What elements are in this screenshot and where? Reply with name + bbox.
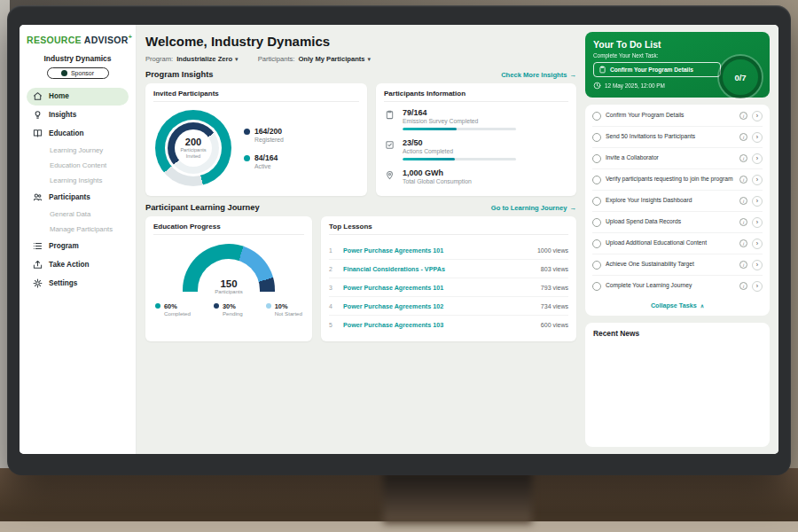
sidebar-item-home[interactable]: Home — [27, 88, 129, 106]
chevron-right-icon[interactable] — [752, 196, 763, 207]
legend-label: Completed — [164, 310, 191, 317]
sidebar-item-education[interactable]: Education — [27, 125, 129, 143]
lesson-views: 734 views — [541, 303, 568, 309]
sponsor-badge[interactable]: Sponsor — [47, 67, 109, 79]
task-checkbox-icon[interactable] — [592, 218, 601, 227]
sidebar-item-insights[interactable]: Insights — [27, 106, 129, 124]
invited-donut-chart: 200 Participants Invited — [155, 110, 231, 186]
task-label: Send 50 Invitations to Participants — [606, 133, 735, 141]
info-icon — [739, 154, 747, 162]
lesson-rank: 2 — [329, 266, 336, 272]
sidebar-item-manage-participants[interactable]: Manage Participants — [27, 223, 129, 237]
participants-filter-dropdown[interactable]: Participants: Only My Participants — [258, 55, 371, 63]
donut-center-label: Participants Invited — [175, 147, 212, 160]
sidebar-item-label: Manage Participants — [50, 225, 113, 233]
task-row-invite-collaborator[interactable]: Invite a Collaborator — [592, 148, 763, 169]
next-task-label: Confirm Your Program Details — [610, 66, 693, 73]
program-filter-value: Industrialize Zero — [176, 55, 232, 63]
task-checkbox-icon[interactable] — [592, 261, 601, 270]
chevron-down-icon — [368, 56, 372, 63]
task-row-upload-spend-data[interactable]: Upload Spend Data Records — [592, 212, 763, 233]
gauge-center: 150 Participants — [183, 278, 275, 294]
lesson-title-link[interactable]: Power Purchase Agreements 101 — [343, 284, 534, 292]
sidebar-item-label: Education — [49, 129, 84, 137]
next-task-pill[interactable]: Confirm Your Program Details — [593, 62, 721, 77]
check-more-insights-link[interactable]: Check More Insights — [501, 71, 576, 79]
chevron-right-icon[interactable] — [752, 239, 763, 249]
todo-task-list: Confirm Your Program Details Send 50 Inv… — [585, 105, 770, 316]
go-to-learning-journey-link[interactable]: Go to Learning Journey — [491, 204, 576, 212]
legend-label: Active — [254, 163, 278, 169]
lesson-views: 793 views — [541, 285, 568, 291]
donut-center-value: 200 — [185, 137, 201, 147]
gear-icon — [33, 278, 43, 288]
chevron-right-icon[interactable] — [752, 281, 763, 292]
task-label: Complete Your Learning Journey — [606, 282, 735, 290]
donut-center: 200 Participants Invited — [155, 110, 231, 186]
location-pin-icon — [385, 170, 395, 180]
gauge-center-label: Participants — [183, 289, 275, 294]
learning-journey-cards: Education Progress 150 Participants — [145, 216, 576, 341]
lesson-title-link[interactable]: Power Purchase Agreements 102 — [343, 302, 534, 310]
link-label: Check More Insights — [501, 71, 567, 79]
task-checkbox-icon[interactable] — [592, 282, 601, 291]
lesson-title-link[interactable]: Financial Considerations - VPPAs — [343, 265, 534, 273]
task-checkbox-icon[interactable] — [592, 239, 601, 248]
task-row-complete-learning-journey[interactable]: Complete Your Learning Journey — [592, 276, 763, 296]
sidebar-item-learning-journey[interactable]: Learning Journey — [27, 144, 129, 158]
task-checkbox-icon[interactable] — [592, 197, 601, 206]
sidebar-item-settings[interactable]: Settings — [27, 275, 129, 293]
dashboard-screen: RESOURCE ADVISOR+ Industry Dynamics Spon… — [20, 25, 778, 454]
task-label: Invite a Collaborator — [606, 154, 735, 162]
task-label: Confirm Your Program Details — [606, 112, 735, 120]
task-checkbox-icon[interactable] — [592, 112, 601, 121]
collapse-tasks-link[interactable]: Collapse Tasks — [592, 296, 763, 315]
task-row-verify-participants[interactable]: Verify participants requesting to join t… — [592, 169, 763, 191]
chevron-right-icon[interactable] — [752, 217, 763, 228]
legend-item-active: 84/164 Active — [244, 153, 284, 169]
info-icon — [739, 176, 747, 184]
task-label: Achieve One Sustainability Target — [606, 261, 735, 269]
sidebar-item-learning-insights[interactable]: Learning Insights — [27, 174, 129, 188]
task-label: Verify participants requesting to join t… — [606, 176, 735, 184]
lesson-title-link[interactable]: Power Purchase Agreements 101 — [343, 246, 530, 254]
task-row-confirm-program[interactable]: Confirm Your Program Details — [592, 106, 763, 127]
task-checkbox-icon[interactable] — [592, 133, 601, 142]
sidebar-item-label: Settings — [49, 279, 77, 287]
task-checkbox-icon[interactable] — [592, 154, 601, 163]
task-row-achieve-sustainability-target[interactable]: Achieve One Sustainability Target — [592, 254, 763, 276]
chevron-right-icon[interactable] — [752, 175, 763, 185]
stat-label: Emission Survey Completed — [403, 118, 516, 124]
lesson-title-link[interactable]: Power Purchase Agreements 103 — [343, 321, 534, 329]
logo-plus: + — [129, 34, 132, 40]
legend-label: Pending — [223, 310, 243, 317]
sponsor-badge-label: Sponsor — [71, 70, 94, 76]
lesson-views: 1000 views — [537, 247, 568, 254]
sidebar-item-participants[interactable]: Participants — [27, 189, 129, 207]
chevron-right-icon[interactable] — [752, 260, 763, 270]
monitor-bezel: RESOURCE ADVISOR+ Industry Dynamics Spon… — [7, 5, 791, 475]
chevron-right-icon[interactable] — [752, 132, 763, 143]
sidebar-item-general-data[interactable]: General Data — [27, 207, 129, 222]
emission-progress-bar — [403, 128, 516, 130]
stat-label: Actions Completed — [403, 148, 516, 154]
task-row-upload-educational-content[interactable]: Upload Additional Educational Content — [592, 233, 763, 254]
task-row-send-invitations[interactable]: Send 50 Invitations to Participants — [592, 127, 763, 148]
recent-news-card: Recent News — [585, 323, 770, 447]
info-icon — [739, 282, 747, 290]
task-checkbox-icon[interactable] — [592, 176, 601, 184]
sidebar-item-education-content[interactable]: Education Content — [27, 159, 129, 173]
sidebar-item-take-action[interactable]: Take Action — [27, 256, 129, 274]
chevron-right-icon[interactable] — [752, 153, 763, 164]
info-icon — [739, 218, 747, 226]
task-row-explore-insights[interactable]: Explore Your Insights Dashboard — [592, 191, 763, 212]
legend-value: 10% — [275, 302, 302, 310]
next-task-time: 12 May 2025, 12:00 PM — [605, 82, 665, 89]
sidebar-item-program[interactable]: Program — [27, 238, 129, 255]
arrow-right-icon — [569, 204, 576, 212]
lesson-rank: 1 — [329, 247, 336, 254]
program-filter-dropdown[interactable]: Program: Industrialize Zero — [145, 55, 239, 63]
chevron-right-icon[interactable] — [752, 111, 763, 121]
legend-value: 60% — [164, 302, 191, 310]
legend-value: 30% — [223, 302, 243, 310]
